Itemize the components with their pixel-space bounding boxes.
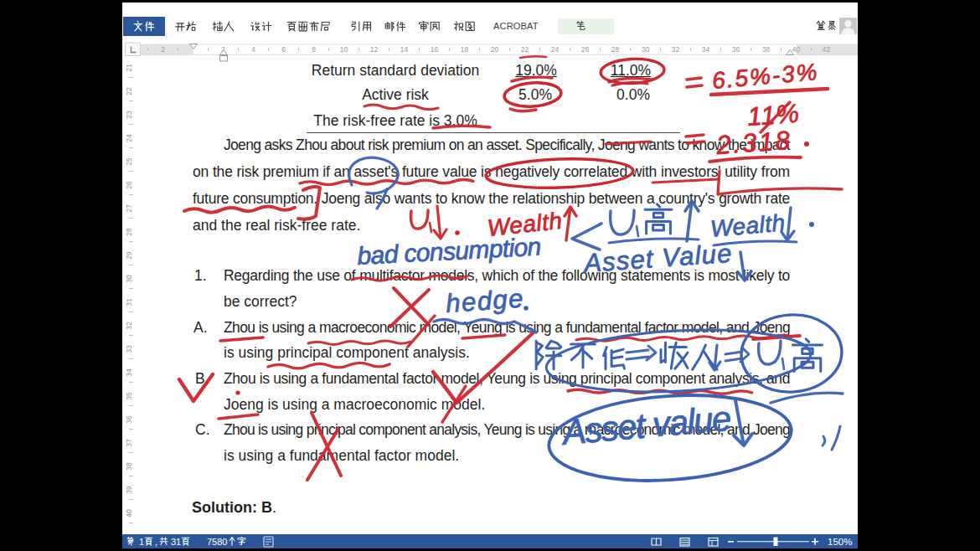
svg-text:bad consumption: bad consumption <box>357 233 542 270</box>
svg-text:2.318: 2.318 <box>714 126 792 160</box>
svg-text:hedge: hedge <box>445 284 525 318</box>
svg-text:Wealth: Wealth <box>709 209 787 242</box>
svg-text:Asset Value: Asset Value <box>581 239 733 278</box>
svg-text:Asset value: Asset value <box>559 399 732 453</box>
